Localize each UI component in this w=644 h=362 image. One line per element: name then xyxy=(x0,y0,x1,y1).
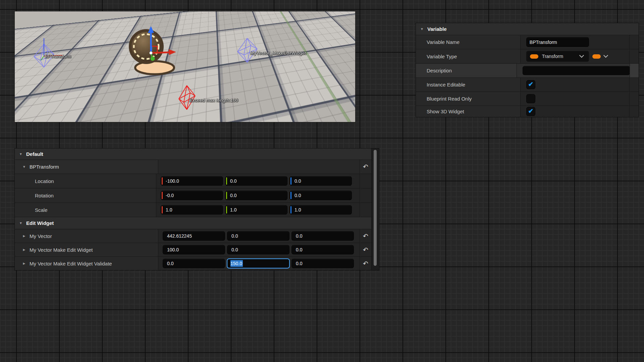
mv-make-edit-widget-x-field[interactable]: 100.0 xyxy=(163,245,225,254)
scale-y-field[interactable]: 1.0 xyxy=(225,205,287,214)
blueprint-read-only-checkbox[interactable] xyxy=(527,95,535,103)
gizmo-x-arrow xyxy=(151,52,170,53)
scale-label: Scale xyxy=(15,207,48,213)
instance-editable-row: Instance Editable ✔ xyxy=(416,78,639,92)
transform-type-pin-icon xyxy=(530,54,538,59)
location-row: Location -100.0 0.0 0.0 xyxy=(15,174,371,188)
location-label: Location xyxy=(15,178,54,184)
rotation-y-field[interactable]: 0.0 xyxy=(225,191,287,200)
container-type-pin-icon xyxy=(592,54,601,59)
chevron-down-icon xyxy=(579,53,584,58)
defaults-details-panel: ▼ Default ▼ BPTransform ↶ Location -100.… xyxy=(15,148,379,270)
viewport-label-bptransform: BPTransform xyxy=(45,54,71,59)
container-type-dropdown[interactable] xyxy=(592,54,607,59)
scale-z-field[interactable]: 1.0 xyxy=(290,205,352,214)
viewport-label-exceed-max-length: Exceed max length:100 xyxy=(190,98,238,103)
check-icon: ✔ xyxy=(528,108,533,114)
variable-type-label: Variable Type xyxy=(427,54,457,59)
blueprint-read-only-row: Blueprint Read Only xyxy=(416,92,639,106)
my-vector-make-edit-widget-validate-row: ▶ My Vector Make Edit Widget Validate 0.… xyxy=(15,257,371,270)
my-vector-y-field[interactable]: 0.0 xyxy=(227,232,289,240)
variable-section-header[interactable]: ▼ Variable xyxy=(416,23,639,35)
mv-make-edit-widget-y-field[interactable]: 0.0 xyxy=(227,245,289,254)
details-scrollbar-track[interactable] xyxy=(371,148,379,270)
instance-editable-checkbox[interactable]: ✔ xyxy=(527,80,535,89)
variable-type-value: Transform xyxy=(542,54,580,59)
row-collapsed-icon[interactable]: ▶ xyxy=(22,248,26,251)
my-vector-make-edit-widget-label: My Vector Make Edit Widget xyxy=(30,247,93,253)
bptransform-category-row[interactable]: ▼ BPTransform ↶ xyxy=(15,160,371,174)
section-expanded-icon[interactable]: ▼ xyxy=(420,27,424,31)
default-section-header[interactable]: ▼ Default xyxy=(15,148,371,160)
revert-to-default-button[interactable]: ↶ xyxy=(363,164,368,170)
my-vector-row: ▶ My Vector 442.612245 0.0 0.0 ↶ xyxy=(15,229,371,243)
row-collapsed-icon[interactable]: ▶ xyxy=(22,234,26,238)
location-x-field[interactable]: -100.0 xyxy=(161,177,223,185)
myvector-widget-diamond xyxy=(237,38,257,62)
show-3d-widget-checkbox[interactable]: ✔ xyxy=(527,107,535,116)
description-row: Description xyxy=(416,64,639,78)
default-section-title: Default xyxy=(26,151,43,157)
instance-editable-label: Instance Editable xyxy=(427,82,465,87)
row-expanded-icon[interactable]: ▼ xyxy=(22,165,26,169)
revert-to-default-button[interactable]: ↶ xyxy=(363,260,368,267)
check-icon: ✔ xyxy=(528,81,533,87)
mv-make-edit-widget-z-field[interactable]: 0.0 xyxy=(292,245,354,254)
variable-name-input[interactable]: BPTransform xyxy=(527,38,589,47)
show-3d-widget-label: Show 3D Widget xyxy=(427,109,464,114)
blueprint-read-only-label: Blueprint Read Only xyxy=(427,96,472,102)
variable-section-title: Variable xyxy=(427,26,447,32)
row-collapsed-icon[interactable]: ▶ xyxy=(22,262,26,265)
mv-validate-x-field[interactable]: 0.0 xyxy=(163,259,225,268)
description-input[interactable] xyxy=(523,66,630,75)
edit-widget-section-header[interactable]: ▼ Edit Widget xyxy=(15,217,371,229)
mv-validate-y-field-focused[interactable]: 150.0 xyxy=(227,259,289,268)
mv-validate-z-field[interactable]: 0.0 xyxy=(292,259,354,268)
bptransform-category-label: BPTransform xyxy=(30,164,59,170)
my-vector-z-field[interactable]: 0.0 xyxy=(292,232,354,240)
rotation-label: Rotation xyxy=(15,193,54,198)
section-expanded-icon[interactable]: ▼ xyxy=(19,152,23,156)
rotation-z-field[interactable]: 0.0 xyxy=(290,191,352,200)
variable-details-panel: ▼ Variable Variable Name BPTransform Var… xyxy=(416,23,639,117)
rotation-x-field[interactable]: -0.0 xyxy=(161,191,223,200)
rotation-row: Rotation -0.0 0.0 0.0 xyxy=(15,188,371,203)
my-vector-x-field[interactable]: 442.612245 xyxy=(163,232,225,240)
variable-name-row: Variable Name BPTransform xyxy=(416,35,639,49)
revert-to-default-button[interactable]: ↶ xyxy=(363,247,368,253)
blueprint-graph-background[interactable]: BPTransform MyVector_MakeEditWidget Exce… xyxy=(0,0,644,362)
selected-text: 150.0 xyxy=(230,260,243,267)
exceed-max-diamond xyxy=(179,85,195,110)
revert-to-default-button[interactable]: ↶ xyxy=(363,233,368,239)
viewport-widgets-overlay xyxy=(15,11,355,122)
variable-name-label: Variable Name xyxy=(427,39,460,45)
location-y-field[interactable]: 0.0 xyxy=(225,177,287,185)
my-vector-make-edit-widget-row: ▶ My Vector Make Edit Widget 100.0 0.0 0… xyxy=(15,243,371,257)
location-z-field[interactable]: 0.0 xyxy=(290,177,352,185)
scale-x-field[interactable]: 1.0 xyxy=(161,205,223,214)
show-3d-widget-row: Show 3D Widget ✔ xyxy=(416,106,639,117)
chevron-down-icon xyxy=(603,53,608,58)
scale-row: Scale 1.0 1.0 1.0 xyxy=(15,203,371,217)
viewport-label-myvector-makeeditwidget: MyVector_MakeEditWidget xyxy=(250,51,306,56)
section-expanded-icon[interactable]: ▼ xyxy=(19,221,23,225)
details-scrollbar-thumb[interactable] xyxy=(374,150,377,266)
variable-type-row: Variable Type Transform xyxy=(416,49,639,64)
description-label: Description xyxy=(427,68,452,73)
my-vector-label: My Vector xyxy=(30,233,52,239)
edit-widget-section-title: Edit Widget xyxy=(26,220,54,226)
viewport-3d-preview[interactable]: BPTransform MyVector_MakeEditWidget Exce… xyxy=(15,11,355,122)
variable-type-dropdown[interactable]: Transform xyxy=(527,51,589,61)
my-vector-make-edit-widget-validate-label: My Vector Make Edit Widget Validate xyxy=(30,261,112,266)
